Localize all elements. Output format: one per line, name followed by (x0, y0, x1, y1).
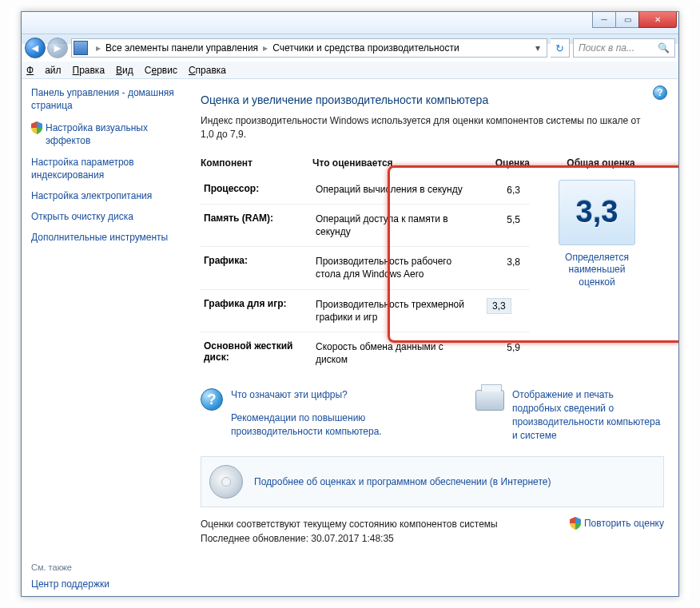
nav-forward-button[interactable]: ► (47, 38, 68, 58)
menu-edit[interactable]: Правка (73, 65, 105, 76)
sidebar-home-link[interactable]: Панель управления - домашняя страница (31, 87, 180, 112)
menu-tools[interactable]: Сервис (145, 65, 177, 76)
sidebar-item-label: Дополнительные инструменты (31, 231, 168, 244)
sidebar-item-label: Открыть очистку диска (31, 210, 133, 223)
info-banner: Подробнее об оценках и программном обесп… (201, 456, 664, 507)
col-header-description: Что оценивается (312, 157, 472, 169)
sidebar: Панель управления - домашняя страница На… (22, 79, 189, 596)
sidebar-item-label: Настройка параметров индексирования (31, 156, 180, 181)
row-component: Память (RAM): (204, 213, 316, 224)
menu-file[interactable]: Файл (26, 65, 62, 76)
titlebar: ─ ▭ ✕ (22, 12, 678, 34)
score-table: Компонент Что оценивается Оценка Общая о… (201, 154, 664, 375)
breadcrumb-dropdown-icon[interactable]: ▾ (531, 42, 545, 54)
sidebar-see-also-title: См. также (31, 562, 180, 572)
row-desc: Операций вычисления в секунду (316, 183, 472, 196)
search-icon: 🔍 (658, 42, 670, 54)
refresh-button[interactable]: ↻ (551, 38, 570, 58)
link-view-print-details[interactable]: Отображение и печать подробных сведений … (512, 388, 664, 442)
search-placeholder: Поиск в па... (579, 42, 634, 54)
menubar: Файл Правка Вид Сервис Справка (22, 62, 678, 79)
help-icon: ? (201, 388, 223, 411)
row-desc: Операций доступа к памяти в секунду (316, 213, 472, 238)
sidebar-item-power[interactable]: Настройка электропитания (31, 189, 180, 202)
sidebar-item-disk-cleanup[interactable]: Открыть очистку диска (31, 210, 180, 223)
page-description: Индекс производительности Windows исполь… (201, 114, 648, 141)
row-desc: Скорость обмена данными с диском (316, 340, 472, 366)
sidebar-action-center-link[interactable]: Центр поддержки (31, 578, 180, 590)
navbar: ◄ ► ▸ Все элементы панели управления ▸ С… (22, 34, 678, 62)
row-score-lowest: 3,3 (487, 298, 511, 314)
row-score: 5,9 (472, 340, 520, 353)
rerun-assessment-link[interactable]: Повторить оценку (570, 517, 664, 530)
row-component: Графика для игр: (204, 298, 316, 309)
minimize-button[interactable]: ─ (592, 12, 616, 28)
row-component: Основной жесткий диск: (204, 340, 316, 363)
breadcrumb-level2[interactable]: Счетчики и средства производительности (272, 42, 459, 54)
window-frame: ─ ▭ ✕ ◄ ► ▸ Все элементы панели управлен… (21, 11, 679, 597)
search-input[interactable]: Поиск в па... 🔍 (573, 38, 675, 58)
sidebar-item-label: Настройка электропитания (31, 189, 152, 202)
nav-back-button[interactable]: ◄ (25, 38, 46, 58)
breadcrumb-level1[interactable]: Все элементы панели управления (105, 42, 258, 54)
link-performance-tips[interactable]: Рекомендации по повышению производительн… (231, 411, 399, 439)
row-desc: Производительность трехмерной графики и … (316, 298, 472, 324)
col-header-basescore: Общая оценка (530, 157, 664, 169)
maximize-button[interactable]: ▭ (615, 12, 639, 28)
table-row: Память (RAM): Операций доступа к памяти … (201, 204, 530, 246)
status-text: Оценки соответствуют текущему состоянию … (201, 517, 498, 546)
table-row: Графика: Производительность рабочего сто… (201, 246, 530, 288)
shield-icon (31, 121, 42, 134)
link-learn-more-online[interactable]: Подробнее об оценках и программном обесп… (254, 475, 551, 489)
base-score-caption: Определяется наименьшей оценкой (553, 252, 641, 289)
sidebar-item-indexing[interactable]: Настройка параметров индексирования (31, 156, 180, 181)
sidebar-item-visual-effects[interactable]: Настройка визуальных эффектов (31, 121, 180, 147)
sidebar-item-advanced-tools[interactable]: Дополнительные инструменты (31, 231, 180, 244)
close-button[interactable]: ✕ (638, 12, 677, 28)
row-component: Процессор: (204, 183, 316, 194)
col-header-component: Компонент (201, 157, 312, 169)
shield-icon (570, 517, 581, 530)
row-score: 3,8 (472, 255, 520, 268)
col-header-subscore: Оценка (472, 157, 530, 169)
row-desc: Производительность рабочего стола для Wi… (316, 255, 472, 280)
table-row: Процессор: Операций вычисления в секунду… (201, 175, 530, 204)
row-score: 5,5 (472, 213, 520, 225)
menu-view[interactable]: Вид (116, 65, 133, 76)
chevron-right-icon: ▸ (258, 42, 272, 54)
page-title: Оценка и увеличение производительности к… (201, 93, 664, 106)
content-area: ? Оценка и увеличение производительности… (189, 79, 678, 596)
menu-help[interactable]: Справка (189, 65, 226, 76)
row-score: 6,3 (472, 183, 520, 196)
chevron-right-icon: ▸ (91, 42, 105, 54)
link-what-do-numbers-mean[interactable]: Что означают эти цифры? (231, 388, 399, 402)
base-score-badge: 3,3 (559, 180, 635, 245)
help-button[interactable]: ? (653, 85, 667, 100)
printer-icon (475, 390, 504, 411)
row-component: Графика: (204, 255, 316, 266)
table-row: Графика для игр: Производительность трех… (201, 289, 530, 332)
breadcrumb-icon (74, 41, 88, 55)
table-row: Основной жесткий диск: Скорость обмена д… (201, 332, 530, 374)
software-icon (209, 465, 243, 499)
breadcrumb[interactable]: ▸ Все элементы панели управления ▸ Счетч… (71, 38, 547, 58)
sidebar-item-label: Настройка визуальных эффектов (46, 121, 180, 147)
